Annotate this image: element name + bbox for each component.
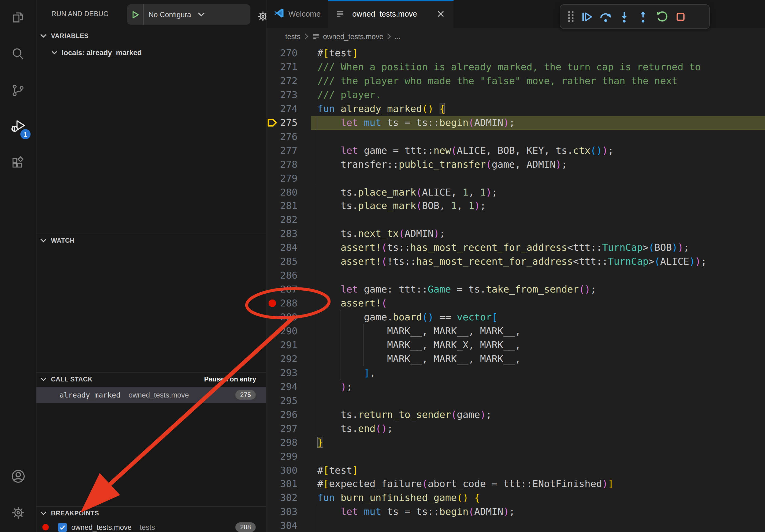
code-line-295[interactable]: 295 — [267, 394, 765, 408]
line-number[interactable]: 284 — [267, 241, 298, 255]
code-line-270[interactable]: 270#[test] — [267, 46, 765, 60]
line-number[interactable]: 298 — [267, 435, 298, 449]
code-line-271[interactable]: 271/// When a position is already marked… — [267, 60, 765, 74]
code-line-304[interactable]: 304 — [267, 519, 765, 532]
line-number[interactable]: 272 — [267, 74, 298, 88]
breakpoint-checkbox[interactable] — [58, 523, 67, 532]
sidebar-item-extensions[interactable] — [0, 146, 36, 182]
line-number[interactable]: 291 — [267, 338, 298, 352]
code-line-299[interactable]: 299 — [267, 449, 765, 463]
code-line-282[interactable]: 282 — [267, 213, 765, 227]
line-number[interactable]: 297 — [267, 421, 298, 435]
code-line-293[interactable]: 293], — [267, 366, 765, 380]
sidebar-item-run-and-debug[interactable]: 1 — [0, 109, 36, 146]
code-line-279[interactable]: 279 — [267, 171, 765, 185]
code-line-288[interactable]: 288assert!( — [267, 296, 765, 310]
line-number[interactable]: 270 — [267, 46, 298, 60]
line-number[interactable]: 295 — [267, 394, 298, 408]
step-into-icon[interactable] — [615, 8, 634, 26]
line-number[interactable]: 281 — [267, 199, 298, 213]
line-number[interactable]: 283 — [267, 227, 298, 241]
code-line-302[interactable]: 302fun burn_unfinished_game() { — [267, 491, 765, 505]
line-number[interactable]: 292 — [267, 352, 298, 366]
drag-grip-icon[interactable] — [564, 8, 577, 26]
section-header-watch[interactable]: WATCH — [36, 234, 266, 247]
line-number[interactable]: 287 — [267, 282, 298, 296]
line-number[interactable]: 290 — [267, 324, 298, 338]
code-line-284[interactable]: 284assert!(ts::has_most_recent_for_addre… — [267, 241, 765, 255]
code-area[interactable]: 270#[test]271/// When a position is alre… — [267, 45, 765, 532]
step-out-icon[interactable] — [634, 8, 652, 26]
line-number[interactable]: 301 — [267, 477, 298, 491]
code-line-272[interactable]: 272/// the player who made the "false" m… — [267, 74, 765, 88]
code-line-275[interactable]: 275let mut ts = ts::begin(ADMIN); — [267, 116, 765, 130]
breakpoint-row[interactable]: owned_tests.move tests 288 — [36, 520, 266, 532]
code-line-291[interactable]: 291MARK__, MARK_X, MARK__, — [267, 338, 765, 352]
line-number[interactable]: 302 — [267, 491, 298, 505]
section-header-call-stack[interactable]: CALL STACK Paused on entry — [36, 372, 266, 386]
sidebar-item-search[interactable] — [0, 36, 36, 73]
line-number[interactable]: 274 — [267, 102, 298, 116]
code-line-289[interactable]: 289game.board() == vector[ — [267, 310, 765, 324]
line-number[interactable]: 296 — [267, 407, 298, 421]
code-line-301[interactable]: 301#[expected_failure(abort_code = ttt::… — [267, 477, 765, 491]
code-line-273[interactable]: 273/// player. — [267, 88, 765, 102]
code-line-297[interactable]: 297ts.end(); — [267, 421, 765, 435]
breadcrumb-folder[interactable]: tests — [285, 32, 301, 40]
tab-welcome[interactable]: Welcome — [267, 0, 328, 28]
tab-owned-tests-move[interactable]: owned_tests.move — [328, 0, 453, 28]
line-number[interactable]: 277 — [267, 143, 298, 157]
line-number[interactable]: 288 — [267, 296, 298, 310]
code-line-286[interactable]: 286 — [267, 268, 765, 282]
variables-scope-locals[interactable]: locals: already_marked — [36, 46, 266, 60]
line-number[interactable]: 286 — [267, 268, 298, 282]
code-line-303[interactable]: 303let mut ts = ts::begin(ADMIN); — [267, 505, 765, 519]
close-icon[interactable] — [435, 9, 446, 19]
code-line-300[interactable]: 300#[test] — [267, 463, 765, 477]
code-line-277[interactable]: 277let game = ttt::new(ALICE, BOB, KEY, … — [267, 143, 765, 157]
line-number[interactable]: 280 — [267, 185, 298, 199]
line-number[interactable]: 273 — [267, 88, 298, 102]
line-number[interactable]: 304 — [267, 519, 298, 532]
line-number[interactable]: 278 — [267, 157, 298, 171]
code-line-280[interactable]: 280ts.place_mark(ALICE, 1, 1); — [267, 185, 765, 199]
breadcrumb-file[interactable]: owned_tests.move — [323, 32, 383, 40]
code-line-296[interactable]: 296ts.return_to_sender(game); — [267, 407, 765, 421]
step-over-icon[interactable] — [596, 8, 615, 26]
debug-configuration-dropdown[interactable]: No Configura — [127, 4, 250, 25]
code-line-278[interactable]: 278transfer::public_transfer(game, ADMIN… — [267, 157, 765, 171]
line-number[interactable]: 289 — [267, 310, 298, 324]
line-number[interactable]: 279 — [267, 171, 298, 185]
code-line-292[interactable]: 292MARK__, MARK__, MARK__, — [267, 352, 765, 366]
line-number[interactable]: 271 — [267, 60, 298, 74]
breadcrumb-symbol[interactable]: ... — [394, 32, 401, 40]
code-line-294[interactable]: 294); — [267, 380, 765, 394]
line-number[interactable]: 299 — [267, 449, 298, 463]
line-number[interactable]: 303 — [267, 505, 298, 519]
section-header-variables[interactable]: VARIABLES — [36, 30, 266, 42]
stop-icon[interactable] — [671, 8, 690, 26]
code-line-287[interactable]: 287let game: ttt::Game = ts.take_from_se… — [267, 282, 765, 296]
code-line-290[interactable]: 290MARK__, MARK__, MARK__, — [267, 324, 765, 338]
code-line-298[interactable]: 298} — [267, 435, 765, 449]
manage-button[interactable] — [0, 496, 36, 532]
call-stack-frame-row[interactable]: already_marked owned_tests.move 275 — [36, 387, 266, 403]
sidebar-item-source-control[interactable] — [0, 73, 36, 109]
restart-icon[interactable] — [652, 8, 671, 26]
continue-icon[interactable] — [577, 8, 596, 26]
code-line-283[interactable]: 283ts.next_tx(ADMIN); — [267, 227, 765, 241]
start-debugging-icon[interactable] — [127, 4, 144, 25]
line-number[interactable]: 275 — [267, 116, 298, 130]
line-number[interactable]: 294 — [267, 380, 298, 394]
code-line-274[interactable]: 274fun already_marked() { — [267, 102, 765, 116]
line-number[interactable]: 285 — [267, 255, 298, 269]
code-line-285[interactable]: 285assert!(!ts::has_most_recent_for_addr… — [267, 255, 765, 269]
account-button[interactable] — [0, 459, 36, 496]
code-line-281[interactable]: 281ts.place_mark(BOB, 1, 1); — [267, 199, 765, 213]
line-number[interactable]: 300 — [267, 463, 298, 477]
line-number[interactable]: 276 — [267, 130, 298, 143]
code-line-276[interactable]: 276 — [267, 130, 765, 143]
section-header-breakpoints[interactable]: BREAKPOINTS — [36, 506, 266, 520]
line-number[interactable]: 282 — [267, 213, 298, 227]
sidebar-item-explorer[interactable] — [0, 0, 36, 36]
